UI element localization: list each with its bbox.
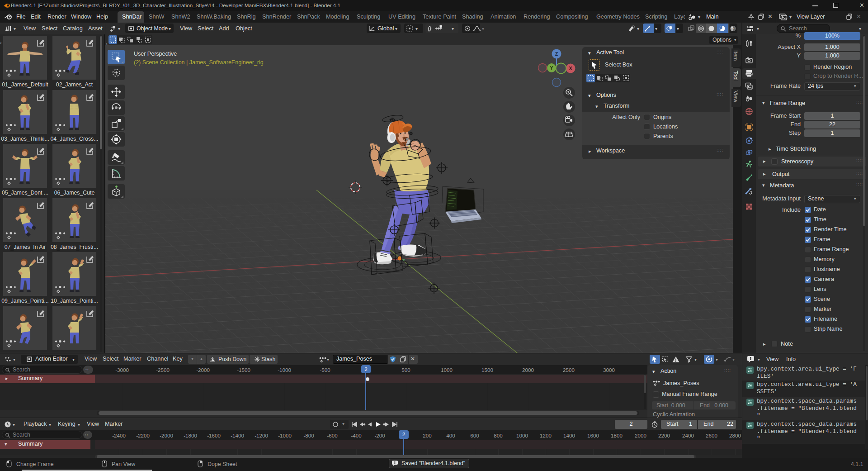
svg-text:X: X xyxy=(569,66,572,71)
svg-text:Y: Y xyxy=(550,65,553,71)
svg-text:Z: Z xyxy=(555,51,558,57)
